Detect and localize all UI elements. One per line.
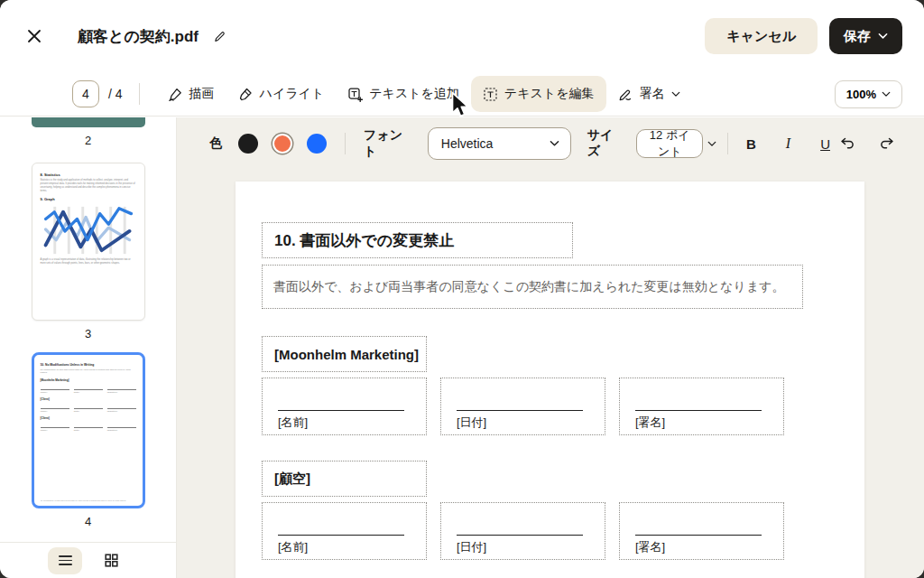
redo-icon	[879, 137, 895, 151]
size-label: サイズ	[587, 127, 626, 160]
zoom-level-dropdown[interactable]: 100%	[835, 80, 902, 108]
divider	[139, 83, 140, 105]
draw-tool-button[interactable]: 描画	[156, 76, 226, 112]
page-3-thumbnail[interactable]: 8. Statistics Statistics is the study an…	[32, 163, 145, 321]
thumb4-signature-label: (Signature)	[107, 391, 136, 394]
size-chevron-down-icon[interactable]	[707, 141, 716, 147]
edit-text-tool-button[interactable]: テキストを編集	[471, 76, 606, 112]
thumb4-date-label: (Date)	[74, 391, 103, 394]
signature-line	[278, 410, 404, 411]
thumb4-name-label: (Name)	[41, 410, 69, 413]
list-view-button[interactable]	[48, 547, 82, 574]
pdf-page-4: 10. 書面以外での変更禁止 書面以外で、および両当事者の同意なくこの契約書に加…	[236, 182, 864, 578]
editable-date-field[interactable]: [日付]	[440, 502, 605, 560]
edit-text-icon	[483, 87, 498, 102]
thumb4-date-label: (Date)	[74, 410, 103, 413]
color-swatch-black[interactable]	[238, 134, 258, 154]
highlight-tool-label: ハイライト	[260, 86, 325, 102]
editable-name-field[interactable]: [名前]	[262, 378, 427, 435]
rename-button[interactable]	[209, 26, 230, 47]
font-label: フォント	[364, 127, 415, 160]
draw-icon	[168, 87, 183, 102]
sidebar-view-toggle	[0, 542, 176, 578]
page-total: / 4	[108, 87, 123, 101]
editable-paragraph-box[interactable]: 書面以外で、および両当事者の同意なくこの契約書に加えられた変更は無効となります。	[262, 265, 803, 309]
zoom-level-value: 100%	[846, 88, 876, 101]
chevron-down-icon	[878, 33, 888, 40]
undo-button[interactable]	[836, 134, 859, 154]
thumb4-heading: 10. No Modifications Unless in Writing	[41, 363, 136, 367]
divider	[727, 133, 728, 154]
highlighter-icon	[238, 87, 254, 102]
thumb4-company: [Moonhelm Marketing]	[41, 378, 136, 382]
editable-signature-field[interactable]: [署名]	[619, 378, 784, 435]
signature-line	[635, 535, 762, 536]
signature-pen-icon	[618, 87, 633, 102]
italic-button[interactable]: I	[781, 132, 796, 155]
name-field-label: [名前]	[278, 415, 426, 431]
add-text-tool-label: テキストを追加	[369, 86, 459, 102]
thumb4-signature-label: (Signature)	[107, 410, 136, 413]
thumb3-paragraph: Statistics is the study and application …	[41, 179, 136, 193]
page-2-thumbnail[interactable]	[32, 117, 145, 127]
editable-date-field[interactable]: [日付]	[440, 378, 605, 435]
thumb3-heading-graph: 9. Graph	[41, 197, 136, 201]
close-icon	[25, 27, 43, 45]
divider	[345, 133, 346, 154]
signature-line	[635, 410, 762, 411]
thumb4-name-label: (Name)	[41, 429, 69, 432]
thumb4-name-label: (Name)	[41, 391, 69, 394]
editable-party2-box[interactable]: [顧空]	[262, 461, 427, 497]
signature-tool-button[interactable]: 署名	[606, 76, 692, 112]
signature-field-label: [署名]	[635, 539, 783, 555]
underline-button[interactable]: U	[815, 133, 836, 155]
editable-signature-field[interactable]: [署名]	[619, 502, 784, 560]
signature-line	[457, 535, 583, 536]
page-4-thumbnail-selected[interactable]: 10. No Modifications Unless in Writing N…	[32, 352, 145, 508]
redo-button[interactable]	[875, 134, 899, 154]
draw-tool-label: 描画	[189, 86, 215, 102]
edit-text-tool-label: テキストを編集	[504, 86, 595, 102]
header: 顧客との契約.pdf キャンセル 保存	[0, 0, 924, 72]
editable-name-field[interactable]: [名前]	[262, 502, 427, 560]
bold-button[interactable]: B	[741, 133, 762, 155]
highlight-tool-button[interactable]: ハイライト	[226, 76, 337, 112]
color-swatch-blue[interactable]	[307, 134, 327, 154]
size-select[interactable]: 12 ポイント	[636, 129, 703, 158]
page-3-label: 3	[85, 327, 91, 340]
tools-toolbar: 4 / 4 描画 ハイライト テキストを追加 テキストを編集	[0, 72, 924, 117]
thumb4-signature-label: (Signature)	[107, 429, 136, 432]
cancel-button[interactable]: キャンセル	[705, 18, 818, 54]
add-text-icon	[347, 87, 363, 102]
pencil-icon	[213, 30, 226, 43]
grid-view-button[interactable]	[94, 547, 128, 574]
thumb4-paragraph: No modification on this agreement shall …	[41, 368, 136, 376]
pdf-editor-window: 顧客との契約.pdf キャンセル 保存 4 / 4 描画	[0, 0, 924, 578]
save-button[interactable]: 保存	[829, 18, 902, 54]
signature-field-label: [署名]	[635, 415, 783, 431]
thumb4-date-label: (Date)	[74, 429, 103, 432]
name-field-label: [名前]	[278, 539, 426, 555]
size-select-value: 12 ポイント	[646, 127, 693, 160]
thumb4-client: [Client]	[41, 397, 136, 401]
editable-heading-box[interactable]: 10. 書面以外での変更禁止	[262, 222, 573, 258]
chevron-down-icon	[882, 91, 891, 98]
font-select-value: Helvetica	[441, 136, 494, 151]
undo-icon	[839, 137, 855, 151]
document-canvas: 色 フォント Helvetica サイズ 12 ポイント	[177, 117, 924, 578]
font-select[interactable]: Helvetica	[428, 127, 571, 160]
close-button[interactable]	[22, 23, 47, 49]
add-text-tool-button[interactable]: テキストを追加	[336, 76, 471, 112]
chevron-down-icon	[550, 140, 559, 147]
page-4-label: 4	[85, 515, 91, 528]
color-swatch-orange-selected[interactable]	[273, 134, 292, 154]
save-button-label: 保存	[844, 28, 871, 45]
grid-view-icon	[105, 554, 118, 567]
page-2-label: 2	[85, 134, 91, 147]
thumb3-heading-statistics: 8. Statistics	[41, 172, 136, 177]
date-field-label: [日付]	[457, 415, 605, 431]
list-view-icon	[59, 555, 72, 565]
page-number-input[interactable]: 4	[72, 80, 99, 107]
editable-party1-box[interactable]: [Moonhelm Marketing]	[262, 336, 427, 372]
thumb4-client: [Client]	[41, 416, 136, 420]
